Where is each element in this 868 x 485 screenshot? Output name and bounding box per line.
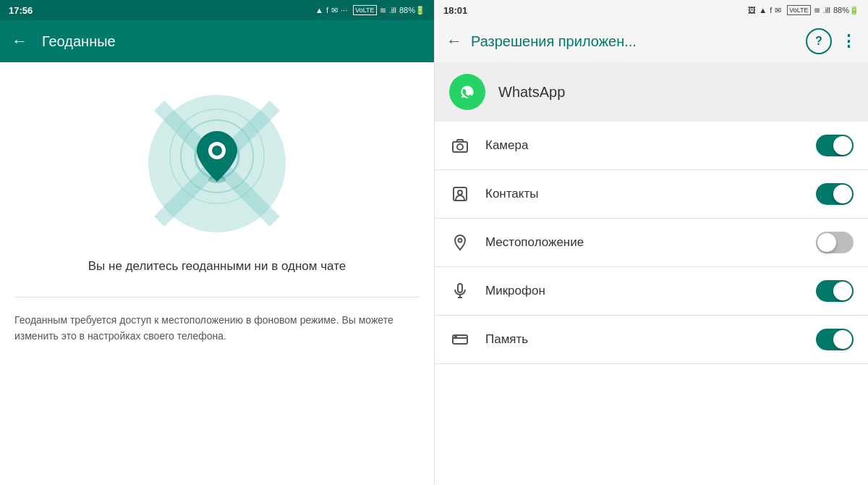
volte-right: VoLTE — [787, 5, 810, 15]
permission-row-camera: Камера — [435, 122, 868, 170]
microphone-icon — [449, 280, 471, 302]
toggle-thumb-location — [817, 233, 836, 252]
permission-row-contacts: Контакты — [435, 170, 868, 219]
storage-icon — [449, 329, 471, 350]
more-status-icon: ··· — [341, 6, 347, 14]
gallery-icon: 🖼 — [748, 6, 756, 14]
whatsapp-logo-icon — [449, 74, 485, 110]
wifi-right: ≋ — [814, 6, 820, 15]
toggle-microphone[interactable] — [816, 280, 854, 302]
nav-icon-right: ▲ — [759, 6, 767, 14]
svg-rect-21 — [454, 336, 457, 337]
permission-row-microphone: Микрофон — [435, 267, 868, 316]
wifi-icon: ≋ — [380, 6, 386, 15]
no-share-text: Вы не делитесь геоданными ни в одном чат… — [88, 258, 346, 275]
whatsapp-svg — [456, 80, 479, 104]
svg-point-9 — [212, 146, 222, 156]
fb-icon-right: f — [770, 6, 772, 14]
toggle-storage[interactable] — [816, 329, 854, 350]
time-right: 18:01 — [443, 5, 467, 16]
location-icon — [449, 232, 471, 253]
status-icons-left: ▲ f ✉ ··· VoLTE ≋ .ill 88%🔋 — [315, 5, 425, 15]
geo-description: Геоданным требуется доступ к местоположе… — [14, 312, 420, 345]
page-title-right: Разрешения приложен... — [471, 33, 797, 50]
status-bar-right: 18:01 🖼 ▲ f ✉ VoLTE ≋ .ill 88%🔋 — [435, 0, 868, 20]
toggle-thumb-microphone — [833, 282, 852, 300]
battery-right: 88%🔋 — [833, 6, 859, 15]
battery-label: 88%🔋 — [399, 6, 425, 15]
right-panel: 18:01 🖼 ▲ f ✉ VoLTE ≋ .ill 88%🔋 ← Разреш… — [434, 0, 868, 485]
more-menu-button[interactable]: ⋮ — [841, 32, 856, 51]
divider — [14, 297, 420, 298]
contacts-icon — [449, 183, 471, 205]
svg-rect-16 — [458, 284, 462, 292]
permission-label-microphone: Микрофон — [485, 284, 801, 298]
back-button-left[interactable]: ← — [12, 32, 27, 51]
permission-label-storage: Память — [485, 332, 801, 347]
permission-label-camera: Камера — [485, 138, 801, 153]
permissions-list: КамераКонтактыМестоположениеМикрофонПамя… — [435, 122, 868, 364]
signal-right: .ill — [823, 6, 830, 14]
status-icons-right: 🖼 ▲ f ✉ VoLTE ≋ .ill 88%🔋 — [748, 5, 859, 15]
svg-point-12 — [457, 144, 463, 150]
svg-point-14 — [458, 190, 462, 195]
left-panel: 17:56 ▲ f ✉ ··· VoLTE ≋ .ill 88%🔋 ← Геод… — [0, 0, 434, 485]
app-header-row: WhatsApp — [435, 62, 868, 122]
signal-icon: .ill — [389, 6, 396, 14]
toggle-thumb-contacts — [833, 185, 852, 203]
message-icon: ✉ — [331, 6, 338, 15]
permission-row-storage: Память — [435, 316, 868, 364]
msg-icon-right: ✉ — [775, 6, 781, 15]
navigation-icon: ▲ — [315, 6, 323, 14]
toolbar-left: ← Геоданные — [0, 20, 434, 62]
camera-icon — [449, 135, 471, 156]
time-left: 17:56 — [9, 5, 33, 16]
geo-svg — [145, 91, 289, 236]
permission-label-contacts: Контакты — [485, 187, 801, 201]
app-name-label: WhatsApp — [498, 84, 565, 101]
page-title-left: Геоданные — [42, 33, 116, 50]
svg-point-15 — [459, 239, 462, 242]
volte-label: VoLTE — [353, 5, 376, 15]
status-bar-left: 17:56 ▲ f ✉ ··· VoLTE ≋ .ill 88%🔋 — [0, 0, 434, 20]
geo-illustration — [145, 91, 289, 236]
toolbar-right: ← Разрешения приложен... ? ⋮ — [435, 20, 868, 62]
help-button[interactable]: ? — [806, 28, 832, 54]
facebook-icon: f — [326, 6, 328, 14]
permission-label-location: Местоположение — [485, 235, 801, 250]
toggle-contacts[interactable] — [816, 183, 854, 205]
back-button-right[interactable]: ← — [446, 32, 462, 51]
toggle-thumb-camera — [833, 136, 852, 155]
left-content: Вы не делитесь геоданными ни в одном чат… — [0, 62, 434, 485]
permission-row-location: Местоположение — [435, 219, 868, 267]
toggle-location[interactable] — [816, 232, 854, 253]
toggle-camera[interactable] — [816, 135, 854, 156]
toggle-thumb-storage — [833, 330, 852, 349]
